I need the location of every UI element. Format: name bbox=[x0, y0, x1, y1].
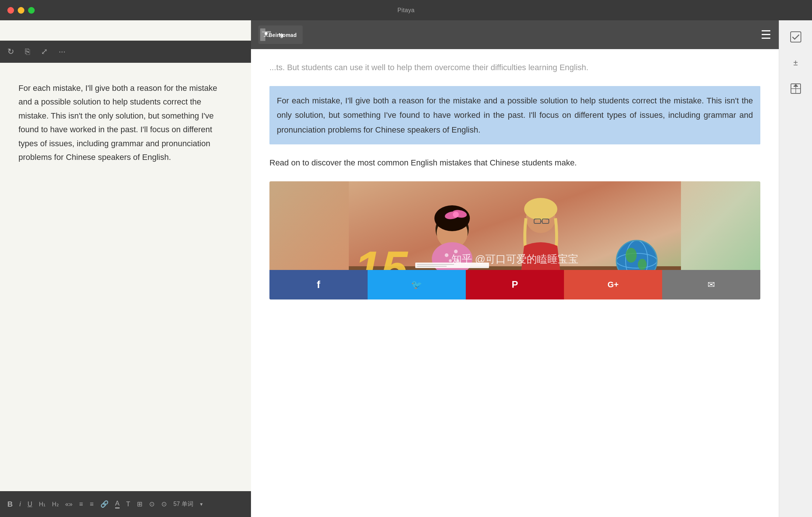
bottom-toolbar: B i U H₁ H₂ «» ≡ ≡ 🔗 A T ⊞ ⊙ ⊙ 57 单词 ▾ bbox=[0, 491, 251, 517]
title-bar: Pitaya bbox=[0, 0, 812, 20]
table-icon[interactable]: ⊙ bbox=[149, 500, 155, 508]
brand-logo: Being Nomad bbox=[258, 25, 303, 44]
quote-icon[interactable]: «» bbox=[65, 500, 73, 508]
editor-body-text[interactable]: For each mistake, I'll give both a reaso… bbox=[18, 81, 233, 164]
h1-icon[interactable]: H₁ bbox=[39, 501, 45, 508]
font-icon[interactable]: T bbox=[126, 500, 130, 508]
pinterest-icon: P bbox=[512, 279, 518, 290]
svg-point-30 bbox=[638, 259, 647, 270]
right-sidebar: ± bbox=[779, 20, 812, 517]
pinterest-share-button[interactable]: P bbox=[466, 270, 564, 299]
svg-point-12 bbox=[453, 212, 459, 218]
checkbox-icon[interactable] bbox=[787, 28, 805, 46]
svg-point-14 bbox=[445, 253, 448, 257]
text-color-icon[interactable]: A bbox=[115, 500, 120, 509]
svg-text:Nomad: Nomad bbox=[279, 32, 297, 38]
hamburger-icon[interactable]: ☰ bbox=[761, 28, 771, 42]
maximize-button[interactable] bbox=[28, 7, 35, 14]
word-count-dropdown-icon[interactable]: ▾ bbox=[200, 501, 203, 507]
svg-rect-25 bbox=[417, 266, 447, 267]
expand-icon[interactable]: ⤢ bbox=[41, 47, 48, 57]
svg-rect-33 bbox=[791, 32, 801, 42]
image-icon[interactable]: ⊞ bbox=[137, 500, 142, 508]
minimize-button[interactable] bbox=[18, 7, 24, 14]
traffic-lights bbox=[7, 7, 35, 14]
more-icon[interactable]: ··· bbox=[59, 47, 65, 57]
close-button[interactable] bbox=[7, 7, 14, 14]
svg-point-29 bbox=[626, 248, 637, 263]
underline-icon[interactable]: U bbox=[27, 500, 32, 508]
timer-icon[interactable]: ⊙ bbox=[161, 500, 167, 508]
google-plus-icon: G+ bbox=[608, 280, 619, 290]
read-on-text: Read on to discover the most common Engl… bbox=[269, 155, 760, 170]
svg-rect-24 bbox=[417, 264, 454, 265]
svg-point-3 bbox=[265, 32, 268, 35]
app-title: Pitaya bbox=[398, 7, 414, 14]
browser-nav: Being Nomad ☰ bbox=[251, 20, 779, 49]
editor-content[interactable]: Type your title For each mistake, I'll g… bbox=[0, 20, 251, 517]
svg-point-19 bbox=[524, 198, 557, 220]
ordered-list-icon[interactable]: ≡ bbox=[90, 500, 94, 508]
refresh-icon[interactable]: ↻ bbox=[7, 47, 14, 57]
svg-rect-36 bbox=[795, 85, 797, 86]
link-icon[interactable]: 🔗 bbox=[100, 500, 109, 508]
article-faded-text: ...ts. But students can use it well to h… bbox=[269, 60, 760, 75]
email-icon: ✉ bbox=[708, 280, 715, 290]
svg-rect-0 bbox=[260, 28, 265, 41]
facebook-icon: f bbox=[317, 279, 320, 291]
h2-icon[interactable]: H₂ bbox=[52, 501, 59, 508]
main-container: ↻ ⎘ ⤢ ··· Type your title For each mista… bbox=[0, 20, 812, 517]
article-image: 15 知乎 @可口可爱的瞌睡宝宝 f 🐦 P G+ bbox=[269, 181, 760, 299]
watermark: 知乎 @可口可爱的瞌睡宝宝 bbox=[451, 252, 578, 266]
google-plus-share-button[interactable]: G+ bbox=[564, 270, 662, 299]
highlighted-paragraph: For each mistake, I'll give both a reaso… bbox=[269, 86, 760, 145]
facebook-share-button[interactable]: f bbox=[269, 270, 368, 299]
grid-icon[interactable] bbox=[787, 79, 805, 98]
browser-content: ...ts. But students can use it well to h… bbox=[251, 49, 779, 517]
formula-icon[interactable]: ± bbox=[787, 54, 805, 72]
italic-icon[interactable]: i bbox=[19, 500, 21, 508]
twitter-icon: 🐦 bbox=[411, 280, 422, 290]
share-icon[interactable]: ⎘ bbox=[25, 47, 30, 57]
social-bar: f 🐦 P G+ ✉ bbox=[269, 270, 760, 299]
editor-panel: ↻ ⎘ ⤢ ··· Type your title For each mista… bbox=[0, 20, 251, 517]
bold-icon[interactable]: B bbox=[7, 500, 13, 509]
browser-panel: Being Nomad ☰ ...ts. But students can us… bbox=[251, 20, 779, 517]
email-share-button[interactable]: ✉ bbox=[662, 270, 760, 299]
editor-toolbar: ↻ ⎘ ⤢ ··· bbox=[0, 41, 251, 63]
list-icon[interactable]: ≡ bbox=[79, 500, 83, 508]
twitter-share-button[interactable]: 🐦 bbox=[368, 270, 466, 299]
word-count[interactable]: 57 单词 bbox=[173, 500, 193, 508]
